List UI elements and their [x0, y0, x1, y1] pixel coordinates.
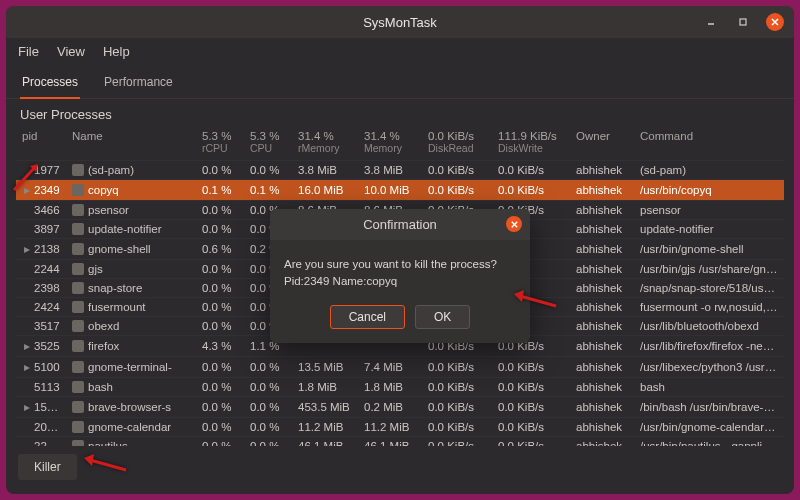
menu-help[interactable]: Help	[103, 44, 130, 59]
dialog-ok-button[interactable]: OK	[415, 305, 470, 329]
table-row[interactable]: 20925gnome-calendar0.0 %0.0 %11.2 MiB11.…	[16, 418, 784, 437]
col-rmem[interactable]: 31.4 %rMemory	[292, 126, 358, 161]
expand-icon[interactable]: ▸	[22, 242, 32, 256]
table-header: pid Name 5.3 %rCPU 5.3 %CPU 31.4 %rMemor…	[16, 126, 784, 161]
tab-processes[interactable]: Processes	[20, 69, 80, 99]
table-row[interactable]: 5113bash0.0 %0.0 %1.8 MiB1.8 MiB0.0 KiB/…	[16, 378, 784, 397]
expand-icon[interactable]: ▸	[22, 339, 32, 353]
app-icon	[72, 381, 84, 393]
table-row[interactable]: 22374nautilus0.0 %0.0 %46.1 MiB46.1 MiB0…	[16, 437, 784, 447]
app-icon	[72, 320, 84, 332]
minimize-button[interactable]	[702, 13, 720, 31]
col-cpu[interactable]: 5.3 %CPU	[244, 126, 292, 161]
app-icon	[72, 301, 84, 313]
expand-icon[interactable]: ▸	[22, 400, 32, 414]
dialog-title: Confirmation	[270, 209, 530, 240]
menu-file[interactable]: File	[18, 44, 39, 59]
app-icon	[72, 421, 84, 433]
section-title: User Processes	[6, 99, 794, 126]
table-row[interactable]: ▸5100gnome-terminal-0.0 %0.0 %13.5 MiB7.…	[16, 357, 784, 378]
col-diskread[interactable]: 0.0 KiB/sDiskRead	[422, 126, 492, 161]
app-icon	[72, 243, 84, 255]
app-icon	[72, 361, 84, 373]
svg-rect-1	[740, 19, 746, 25]
footer: Killer	[6, 446, 794, 494]
expand-icon[interactable]: ▸	[22, 183, 32, 197]
col-mem[interactable]: 31.4 %Memory	[358, 126, 422, 161]
expand-icon[interactable]: ▸	[22, 360, 32, 374]
confirmation-dialog: Confirmation Are you sure you want to ki…	[270, 209, 530, 342]
col-name[interactable]: Name	[66, 126, 196, 161]
app-icon	[72, 263, 84, 275]
app-icon	[72, 184, 84, 196]
tabs: Processes Performance	[6, 65, 794, 99]
col-rcpu[interactable]: 5.3 %rCPU	[196, 126, 244, 161]
col-owner[interactable]: Owner	[570, 126, 634, 161]
menu-view[interactable]: View	[57, 44, 85, 59]
app-icon	[72, 204, 84, 216]
close-button[interactable]	[766, 13, 784, 31]
app-icon	[72, 164, 84, 176]
app-icon	[72, 223, 84, 235]
table-row[interactable]: 1977(sd-pam)0.0 %0.0 %3.8 MiB3.8 MiB0.0 …	[16, 161, 784, 180]
maximize-button[interactable]	[734, 13, 752, 31]
window-title: SysMonTask	[363, 15, 437, 30]
col-pid[interactable]: pid	[16, 126, 66, 161]
dialog-message: Are you sure you want to kill the proces…	[270, 240, 530, 298]
dialog-cancel-button[interactable]: Cancel	[330, 305, 405, 329]
menubar: File View Help	[6, 38, 794, 65]
tab-performance[interactable]: Performance	[102, 69, 175, 98]
app-icon	[72, 401, 84, 413]
table-row[interactable]: ▸2349copyq0.1 %0.1 %16.0 MiB10.0 MiB0.0 …	[16, 180, 784, 201]
killer-button[interactable]: Killer	[18, 454, 77, 480]
table-row[interactable]: ▸15191brave-browser-s0.0 %0.0 %453.5 MiB…	[16, 397, 784, 418]
col-diskwrite[interactable]: 111.9 KiB/sDiskWrite	[492, 126, 570, 161]
titlebar: SysMonTask	[6, 6, 794, 38]
dialog-close-button[interactable]	[506, 216, 522, 232]
app-icon	[72, 340, 84, 352]
app-window: SysMonTask File View Help Processes Perf…	[6, 6, 794, 494]
app-icon	[72, 282, 84, 294]
col-command[interactable]: Command	[634, 126, 784, 161]
